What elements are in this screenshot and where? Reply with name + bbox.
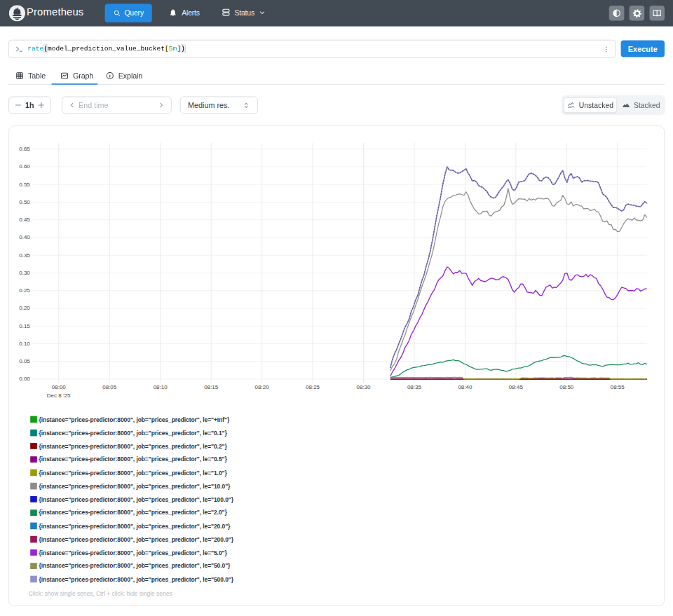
svg-text:0.40: 0.40 — [19, 234, 30, 240]
svg-text:0.10: 0.10 — [19, 341, 30, 347]
svg-text:08:25: 08:25 — [306, 384, 320, 390]
svg-text:08:15: 08:15 — [204, 384, 219, 390]
svg-text:0.00: 0.00 — [19, 376, 30, 382]
svg-text:0.05: 0.05 — [19, 358, 30, 364]
svg-text:0.35: 0.35 — [19, 252, 30, 259]
svg-text:0.60: 0.60 — [19, 163, 30, 170]
svg-text:0.20: 0.20 — [19, 305, 30, 311]
svg-text:08:35: 08:35 — [407, 384, 422, 390]
svg-text:08:30: 08:30 — [356, 384, 371, 390]
svg-text:08:45: 08:45 — [509, 384, 524, 390]
svg-text:0.50: 0.50 — [19, 199, 30, 205]
svg-text:Dec 8 '25: Dec 8 '25 — [47, 392, 71, 399]
svg-text:08:40: 08:40 — [458, 384, 473, 390]
svg-text:0.65: 0.65 — [19, 146, 30, 152]
svg-text:08:55: 08:55 — [611, 384, 625, 390]
svg-text:0.25: 0.25 — [19, 287, 30, 294]
svg-text:08:00: 08:00 — [52, 384, 67, 390]
svg-text:0.45: 0.45 — [19, 217, 30, 223]
svg-text:0.15: 0.15 — [19, 323, 30, 329]
svg-text:08:05: 08:05 — [102, 384, 117, 390]
svg-text:08:50: 08:50 — [559, 384, 574, 390]
svg-text:08:20: 08:20 — [255, 384, 270, 390]
svg-text:0.55: 0.55 — [19, 182, 30, 188]
svg-text:0.30: 0.30 — [19, 270, 30, 276]
svg-text:08:10: 08:10 — [154, 384, 168, 390]
